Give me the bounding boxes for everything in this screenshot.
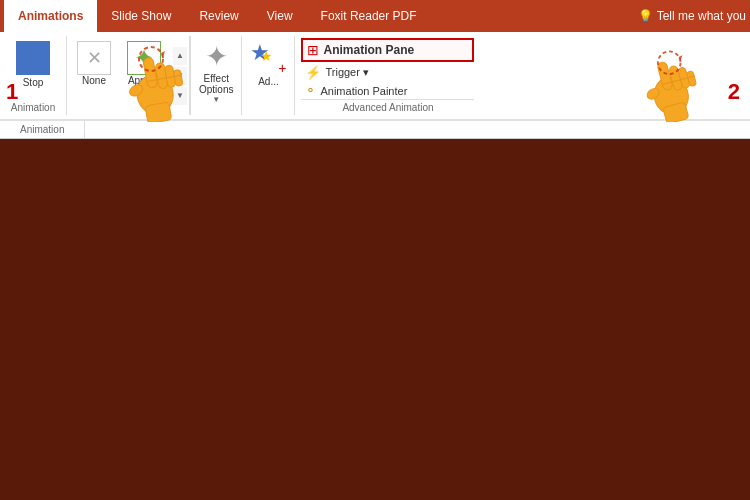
ribbon-labels-row: Animation xyxy=(0,121,750,139)
svg-point-10 xyxy=(645,86,661,101)
painter-icon: ⚬ xyxy=(305,83,316,98)
tab-view[interactable]: View xyxy=(253,0,307,32)
animation-pane-button[interactable]: ⊞ Animation Pane xyxy=(301,38,474,62)
ribbon-group-effect: ✦ EffectOptions ▼ xyxy=(191,36,242,115)
effect-options-button[interactable]: ✦ EffectOptions ▼ xyxy=(199,40,233,104)
appear-button[interactable]: ✦ Appear xyxy=(121,38,167,113)
svg-rect-11 xyxy=(657,61,673,91)
anim-pane-icon: ⊞ xyxy=(307,42,319,58)
animation-scroll: ▲ ▼ ▼ xyxy=(171,36,190,115)
scroll-more-button[interactable]: ▼ xyxy=(173,87,187,105)
plus-icon: + xyxy=(278,60,286,76)
annotation-1: 1 xyxy=(6,79,18,105)
trigger-label: Trigger ▾ xyxy=(325,66,369,79)
svg-rect-16 xyxy=(663,102,689,122)
ribbon: Animations Slide Show Review View Foxit … xyxy=(0,0,750,139)
ribbon-group-add: ★ ★ + Ad... xyxy=(242,36,295,115)
svg-point-17 xyxy=(658,51,681,74)
tab-review[interactable]: Review xyxy=(185,0,252,32)
appear-icon: ✦ xyxy=(127,41,161,75)
scroll-down-button[interactable]: ▼ xyxy=(173,67,187,85)
star-yellow-icon: ★ xyxy=(260,48,273,64)
hand-cursor-2 xyxy=(635,42,710,122)
none-label: None xyxy=(82,75,106,86)
bolt-icon: ⚡ xyxy=(305,65,321,80)
none-icon: ✕ xyxy=(77,41,111,75)
svg-rect-13 xyxy=(678,67,691,89)
animation-row: ✕ None ✦ Appear xyxy=(71,38,167,113)
advanced-group-label: Advanced Animation xyxy=(301,99,474,113)
tab-foxit[interactable]: Foxit Reader PDF xyxy=(307,0,431,32)
ribbon-content: Stop Animation ✕ None ✦ xyxy=(0,32,750,121)
effect-label: EffectOptions xyxy=(199,73,233,95)
animation-items: ✕ None ✦ Appear xyxy=(67,36,171,115)
stop-label: Stop xyxy=(23,77,44,88)
tab-animations[interactable]: Animations xyxy=(4,0,97,32)
add-animation-button[interactable]: ★ ★ + Ad... xyxy=(250,40,286,87)
add-icon-container: ★ ★ + xyxy=(250,40,286,76)
trigger-button[interactable]: ⚡ Trigger ▾ xyxy=(301,64,474,81)
svg-line-15 xyxy=(662,76,694,85)
appear-label: Appear xyxy=(128,75,160,86)
annotation-2: 2 xyxy=(728,79,740,105)
animation-label: Animation xyxy=(0,121,85,138)
stop-icon xyxy=(16,41,50,75)
svg-rect-14 xyxy=(686,71,696,87)
effect-icon: ✦ xyxy=(205,40,228,73)
none-anim-button[interactable]: ✕ None xyxy=(71,38,117,113)
ribbon-group-animations: ✕ None ✦ Appear ▲ ▼ ▼ xyxy=(67,36,191,115)
tab-slideshow[interactable]: Slide Show xyxy=(97,0,185,32)
painter-label: Animation Painter xyxy=(320,85,407,97)
svg-point-9 xyxy=(650,73,692,118)
tell-me-area[interactable]: 💡 Tell me what you xyxy=(638,9,746,23)
scroll-up-button[interactable]: ▲ xyxy=(173,47,187,65)
svg-rect-12 xyxy=(668,65,683,91)
tab-bar: Animations Slide Show Review View Foxit … xyxy=(0,0,750,32)
effect-dropdown-arrow: ▼ xyxy=(212,95,220,104)
anim-pane-label: Animation Pane xyxy=(323,43,414,57)
add-label: Ad... xyxy=(258,76,279,87)
animation-painter-button[interactable]: ⚬ Animation Painter xyxy=(301,82,474,99)
lightbulb-icon: 💡 xyxy=(638,9,653,23)
app-window: Animations Slide Show Review View Foxit … xyxy=(0,0,750,500)
ribbon-group-advanced: ⊞ Animation Pane ⚡ Trigger ▾ ⚬ Animation… xyxy=(295,36,480,115)
